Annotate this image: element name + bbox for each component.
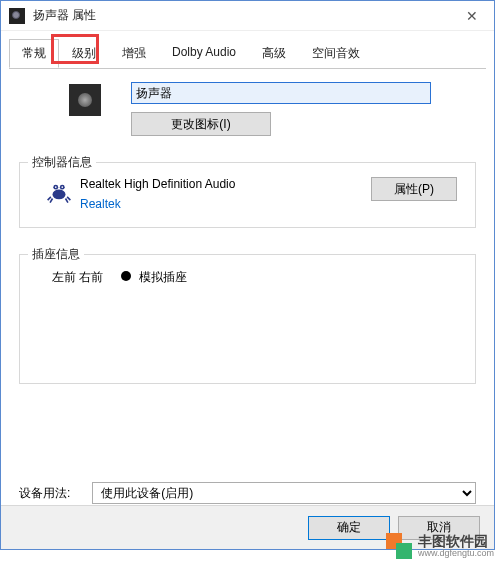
watermark-url: www.dgfengtu.com xyxy=(418,548,494,558)
device-icon xyxy=(69,84,101,116)
jack-color-dot xyxy=(121,271,131,281)
tab-advanced[interactable]: 高级 xyxy=(249,39,299,68)
realtek-crab-icon xyxy=(46,179,72,205)
controller-name: Realtek High Definition Audio xyxy=(80,177,371,191)
watermark: 丰图软件园 www.dgfengtu.com xyxy=(386,529,500,563)
tab-strip: 常规 级别 增强 Dolby Audio 高级 空间音效 xyxy=(1,31,494,68)
tab-dolby[interactable]: Dolby Audio xyxy=(159,39,249,68)
window-title: 扬声器 属性 xyxy=(33,7,450,24)
controller-vendor-link[interactable]: Realtek xyxy=(80,197,371,211)
controller-properties-button[interactable]: 属性(P) xyxy=(371,177,457,201)
svg-point-0 xyxy=(53,190,66,200)
close-button[interactable]: ✕ xyxy=(450,2,494,30)
dialog-window: 扬声器 属性 ✕ 常规 级别 增强 Dolby Audio 高级 空间音效 更改… xyxy=(0,0,495,550)
jack-type: 模拟插座 xyxy=(139,270,187,284)
watermark-brand: 丰图软件园 xyxy=(418,534,494,548)
change-icon-button[interactable]: 更改图标(I) xyxy=(131,112,271,136)
svg-point-4 xyxy=(61,186,63,188)
speaker-app-icon xyxy=(9,8,25,24)
tab-levels[interactable]: 级别 xyxy=(59,39,109,68)
tab-spatial[interactable]: 空间音效 xyxy=(299,39,373,68)
jack-location: 左前 右前 xyxy=(52,269,103,286)
tab-enhancements[interactable]: 增强 xyxy=(109,39,159,68)
device-usage-label: 设备用法: xyxy=(19,485,70,502)
device-usage-select[interactable]: 使用此设备(启用) xyxy=(92,482,476,504)
svg-point-3 xyxy=(55,186,57,188)
controller-info-group: 控制器信息 Realtek High Definition Audio Real… xyxy=(19,162,476,228)
device-usage-row: 设备用法: 使用此设备(启用) xyxy=(19,482,476,504)
jack-info-group: 插座信息 左前 右前 模拟插座 xyxy=(19,254,476,384)
ok-button[interactable]: 确定 xyxy=(308,516,390,540)
jack-group-label: 插座信息 xyxy=(28,246,84,263)
controller-group-label: 控制器信息 xyxy=(28,154,96,171)
titlebar: 扬声器 属性 ✕ xyxy=(1,1,494,31)
tab-general[interactable]: 常规 xyxy=(9,39,59,68)
device-name-input[interactable] xyxy=(131,82,431,104)
watermark-logo-icon xyxy=(386,533,412,559)
tab-panel-general: 更改图标(I) 控制器信息 Realtek High Definition Au… xyxy=(1,68,494,518)
